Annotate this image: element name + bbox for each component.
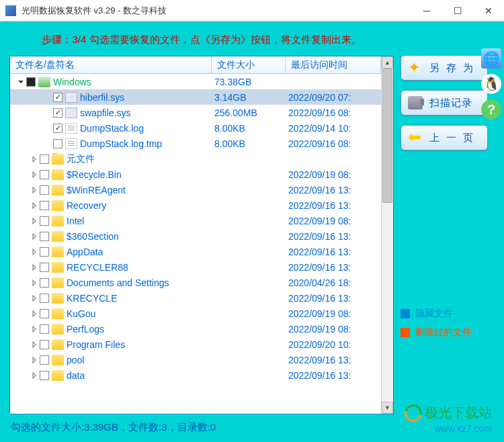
expander-right-icon[interactable] xyxy=(30,248,38,256)
globe-icon[interactable]: 🌐 xyxy=(481,48,501,69)
drive-icon xyxy=(38,77,50,87)
column-header-size[interactable]: 文件大小 xyxy=(212,56,286,73)
watermark: 极光下载站 www.xz7.com xyxy=(405,404,492,434)
file-date: 2022/09/19 08: xyxy=(286,308,381,319)
checkbox[interactable] xyxy=(40,232,49,241)
folder-icon xyxy=(52,308,64,319)
checkbox[interactable] xyxy=(40,263,49,272)
column-header-date[interactable]: 最后访问时间 xyxy=(286,56,381,73)
table-row[interactable]: KRECYCLE2022/09/16 13: xyxy=(10,290,381,306)
checkbox[interactable] xyxy=(53,108,62,118)
table-row[interactable]: Program Files2022/09/20 10: xyxy=(10,337,381,352)
checkbox[interactable] xyxy=(53,93,62,102)
folder-icon xyxy=(52,231,64,242)
checkbox[interactable] xyxy=(53,124,62,133)
checkbox[interactable] xyxy=(40,216,49,226)
status-bar: 勾选的文件大小:3.39GB，文件数:3，目录数:0 xyxy=(9,414,394,439)
prev-page-label: 上 一 页 xyxy=(429,132,475,144)
checkbox[interactable] xyxy=(40,294,49,303)
file-date: 2022/09/16 13: xyxy=(286,293,381,304)
table-row[interactable]: $360Section2022/09/16 13: xyxy=(10,228,381,244)
save-as-button[interactable]: ✦ 另 存 为 xyxy=(401,55,488,81)
table-row[interactable]: RECYCLER882022/09/16 13: xyxy=(10,259,381,275)
help-icon[interactable]: ? xyxy=(481,99,501,120)
maximize-button[interactable]: ☐ xyxy=(442,0,473,21)
expander-right-icon[interactable] xyxy=(30,263,38,271)
minimize-button[interactable]: ─ xyxy=(411,0,442,21)
table-row[interactable]: data2022/09/16 13: xyxy=(10,367,381,383)
scroll-down-button[interactable]: ▼ xyxy=(382,402,393,414)
checkbox[interactable] xyxy=(40,278,49,288)
checkbox[interactable] xyxy=(40,371,49,380)
expander-right-icon[interactable] xyxy=(30,202,38,210)
checkbox[interactable] xyxy=(40,201,49,210)
scroll-thumb[interactable] xyxy=(382,69,392,203)
scan-log-button[interactable]: 扫描记录 xyxy=(401,90,488,116)
checkbox[interactable] xyxy=(53,139,62,148)
table-row[interactable]: $WinREAgent2022/09/16 13: xyxy=(10,182,381,197)
table-row[interactable]: Documents and Settings2020/04/26 18: xyxy=(10,275,381,290)
file-size: 73.38GB xyxy=(212,77,286,87)
table-row[interactable]: hiberfil.sys3.14GB2022/09/20 07: xyxy=(10,89,381,105)
column-header-name[interactable]: 文件名/盘符名 xyxy=(10,56,212,73)
table-row[interactable]: AppData2022/09/16 13: xyxy=(10,244,381,259)
file-name: pool xyxy=(67,355,84,365)
checkbox[interactable] xyxy=(40,247,49,257)
expander-down-icon[interactable] xyxy=(17,78,25,86)
file-name: data xyxy=(67,370,85,381)
folder-icon xyxy=(52,355,64,365)
file-name: KuGou xyxy=(67,308,96,319)
file-date: 2022/09/19 08: xyxy=(286,169,381,180)
side-icons: 🌐 🐧 ? xyxy=(480,48,503,120)
table-row[interactable]: DumpStack.log8.00KB2022/09/14 10: xyxy=(10,120,381,136)
checkbox[interactable] xyxy=(26,77,36,87)
expander-right-icon[interactable] xyxy=(30,356,38,364)
table-row[interactable]: 元文件 xyxy=(10,151,381,167)
legend-hidden-label: 隐藏文件 xyxy=(415,308,453,320)
folder-icon xyxy=(52,262,64,273)
file-date: 2022/09/16 13: xyxy=(286,370,381,381)
watermark-url: www.xz7.com xyxy=(405,423,492,434)
table-row[interactable]: KuGou2022/09/19 08: xyxy=(10,306,381,321)
qq-icon[interactable]: 🐧 xyxy=(481,74,501,94)
table-row[interactable]: swapfile.sys256.00MB2022/09/16 08: xyxy=(10,105,381,120)
folder-icon xyxy=(52,216,64,226)
checkbox[interactable] xyxy=(40,355,49,365)
prev-page-button[interactable]: ⬅ 上 一 页 xyxy=(401,125,488,150)
table-row[interactable]: Intel2022/09/19 08: xyxy=(10,213,381,228)
legend-hidden: 隐藏文件 xyxy=(401,308,488,320)
expander-right-icon[interactable] xyxy=(30,325,38,333)
table-row[interactable]: PerfLogs2022/09/19 08: xyxy=(10,321,381,337)
expander-placeholder xyxy=(44,124,52,132)
expander-right-icon[interactable] xyxy=(30,371,38,380)
table-row[interactable]: DumpStack.log.tmp8.00KB2022/09/16 08: xyxy=(10,136,381,151)
checkbox[interactable] xyxy=(40,324,49,334)
expander-right-icon[interactable] xyxy=(30,294,38,302)
expander-right-icon[interactable] xyxy=(30,155,38,163)
expander-right-icon[interactable] xyxy=(30,217,38,225)
checkbox[interactable] xyxy=(40,154,49,164)
folder-icon xyxy=(52,185,64,195)
file-size: 256.00MB xyxy=(212,107,286,118)
folder-icon xyxy=(52,247,64,257)
vertical-scrollbar[interactable]: ▲ ▼ xyxy=(381,56,393,414)
expander-right-icon[interactable] xyxy=(30,171,38,179)
expander-right-icon[interactable] xyxy=(30,186,38,194)
checkbox[interactable] xyxy=(40,340,49,349)
expander-right-icon[interactable] xyxy=(30,310,38,318)
expander-right-icon[interactable] xyxy=(30,279,38,287)
checkbox[interactable] xyxy=(40,185,49,195)
legend-swatch-orange xyxy=(401,328,410,337)
folder-icon xyxy=(52,293,64,304)
expander-right-icon[interactable] xyxy=(30,232,38,240)
table-row[interactable]: $Recycle.Bin2022/09/19 08: xyxy=(10,167,381,182)
close-button[interactable]: ✕ xyxy=(473,0,504,21)
expander-right-icon[interactable] xyxy=(30,341,38,349)
table-row[interactable]: Recovery2022/09/16 13: xyxy=(10,197,381,213)
checkbox[interactable] xyxy=(40,309,49,318)
table-row[interactable]: pool2022/09/16 13: xyxy=(10,352,381,367)
left-panel: 步骤：3/4 勾选需要恢复的文件，点《另存为》按钮，将文件复制出来。 文件名/盘… xyxy=(0,21,396,442)
checkbox[interactable] xyxy=(40,170,49,179)
table-row[interactable]: Windows73.38GB xyxy=(10,74,381,89)
scroll-up-button[interactable]: ▲ xyxy=(382,56,393,69)
